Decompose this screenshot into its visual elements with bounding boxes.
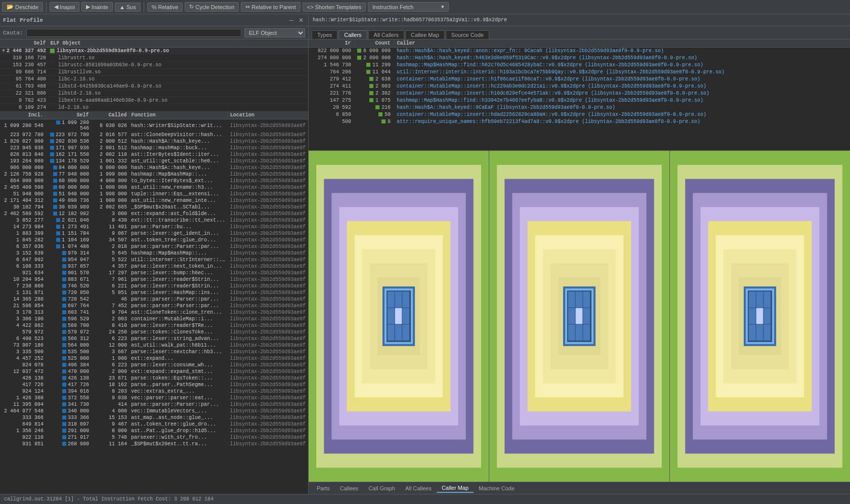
table-row[interactable]: 417 726 417 726 18 162 parse..parser..Pa… [0,382,308,388]
table-row[interactable]: 906 000 000 84 000 000 6 000 000 hash::H… [0,164,308,171]
tab-source-code[interactable]: Source Code [446,30,489,39]
caller-row[interactable]: 500 8 attr::require_unique_names::hfb50e… [309,118,850,125]
flat-profile-title: Flat Profile [3,17,43,23]
elf-child-row[interactable]: 310 166 728 librustrt.so [0,55,308,62]
bottom-tab-caller-map[interactable]: Caller Map [437,484,474,493]
table-row[interactable]: 1 099 280 546 1 099 280 546 8 030 026 ha… [0,119,308,132]
table-row[interactable]: 193 264 080 134 178 529 1 001 332 ast_ut… [0,158,308,164]
table-row[interactable]: 333 366 333 366 15 153 ast_map..ast_node… [0,414,308,421]
deschide-button[interactable]: 📂 Deschide [2,2,43,12]
child-self: 22 321 806 [0,90,48,97]
cycle-detection-button[interactable]: ↻ Cycle Detection [185,2,239,12]
table-row[interactable]: 1 845 282 1 104 169 34 507 ast..token_tr… [0,237,308,243]
elf-child-row[interactable]: 95 764 400 libc-2.18.so [0,76,308,83]
caller-row[interactable]: 147 275 1 075 hashmap::Map$HashMap::find… [309,97,850,104]
elf-child-row[interactable]: 153 230 457 librustc-8581899a03b03e-0.9-… [0,62,308,69]
table-row[interactable]: 2 126 758 928 77 948 000 1 999 000 hashm… [0,171,308,178]
table-row[interactable]: 3 852 277 2 021 046 8 430 ext::tt::trans… [0,217,308,224]
table-row[interactable]: 924 124 394 016 8 203 vec::extras_extra_… [0,388,308,395]
caller-row[interactable]: 274 411 2 003 container::MutableMap::ins… [309,83,850,90]
table-row[interactable]: 14 273 984 1 273 491 11 491 parse::Parse… [0,224,308,230]
caller-row[interactable]: 274 000 000 2 000 000 hash::Hash$A::hash… [309,55,850,62]
bottom-tab-parts[interactable]: Parts [312,484,335,492]
tab-types[interactable]: Types [312,30,337,39]
table-row[interactable]: 2 455 409 508 60 000 000 1 000 908 ast_u… [0,184,308,191]
self-val: 603 741 [46,309,91,316]
table-row[interactable]: 664 000 000 60 000 000 4 000 000 to_byte… [0,178,308,184]
table-row[interactable]: 3 306 190 596 529 2 003 container::Mutab… [0,316,308,322]
table-row[interactable]: 30 102 794 30 039 989 2 002 665 _$SP$mut… [0,204,308,211]
instruction-fetch-button[interactable]: Instruction Fetch ▾ [368,2,449,12]
table-row[interactable]: 11 395 094 341 730 414 parse::parser::Pa… [0,401,308,408]
caller-row[interactable]: 1 546 730 11 290 hashmap::Map$HashMap::f… [309,62,850,69]
callers-container[interactable]: Ir Count Caller 822 000 000 6 000 000 ha… [309,39,850,151]
table-row[interactable]: 73 907 186 564 000 12 000 ast_util::walk… [0,342,308,349]
table-row[interactable]: 1 426 380 372 558 9 038 vec::parser::par… [0,395,308,401]
elf-group-row[interactable]: ▼2 446 327 492 libsyntax-2bb2d559d93ae8f… [0,48,308,55]
forward-button[interactable]: ▶ Inainte [81,2,113,12]
minimize-button[interactable]: ─ [287,17,295,24]
tab-all-callers[interactable]: All Callers [368,30,405,39]
table-row[interactable]: 2 464 977 548 340 000 4 000 vec::Immutab… [0,408,308,414]
profile-table-container[interactable]: Self ELF Object ▼2 446 327 492 libsyntax… [0,39,308,494]
table-row[interactable]: 7 238 860 746 520 6 221 parse::lexer::re… [0,283,308,289]
table-row[interactable]: 6 108 333 937 857 4 357 parse::lexer::ne… [0,263,308,270]
table-row[interactable]: 921 634 901 570 17 297 parse::lexer::bum… [0,270,308,276]
table-row[interactable]: 3 152 639 979 314 5 645 hashmap::Map$Has… [0,250,308,257]
table-row[interactable]: 4 457 252 525 000 1 000 ext::expand... l… [0,355,308,362]
table-row[interactable]: 2 462 589 592 12 182 982 3 000 ext::expa… [0,211,308,217]
caller-row[interactable]: 279 412 2 038 container::MutableMap::ins… [309,76,850,83]
table-row[interactable]: 223 945 936 171 997 936 2 001 512 hashma… [0,145,308,151]
self-val: 134 178 529 [46,158,91,164]
up-button[interactable]: ▲ Sus [115,3,141,12]
table-row[interactable]: 1 883 399 1 151 784 9 067 parse::lexer::… [0,230,308,237]
table-row[interactable]: 2 171 404 312 49 098 736 1 000 000 ast_u… [0,197,308,204]
table-row[interactable]: 3 335 500 535 500 3 667 parse::lexer::ne… [0,349,308,355]
search-input[interactable] [26,29,241,37]
bottom-tab-all-callees[interactable]: All Callees [400,484,437,492]
called-val: 3 667 [91,349,129,355]
table-row[interactable]: 12 037 472 470 000 2 000 ext::expand::ex… [0,368,308,375]
back-button[interactable]: ◀ Inapoi [50,2,79,12]
table-row[interactable]: 931 851 268 980 11 164 _$SP$mut$x20ext..… [0,441,308,447]
table-row[interactable]: 1 356 246 291 000 8 000 ast..Pat..glue_d… [0,428,308,434]
close-left-button[interactable]: ✕ [297,17,305,24]
caller-row[interactable]: 822 000 000 6 000 000 hash::Hash$A::hash… [309,48,850,55]
elf-child-row[interactable]: 61 703 488 libstd-6425b930ca146ae9-0.9-p… [0,83,308,90]
table-row[interactable]: 10 204 954 883 671 7 961 parse::lexer::r… [0,276,308,283]
table-row[interactable]: 51 948 000 51 948 000 1 998 000 tuple::i… [0,191,308,197]
caller-row[interactable]: 764 206 11 044 util::Interner::interin::… [309,69,850,76]
table-row[interactable]: 21 596 854 697 764 7 452 parse::parser::… [0,303,308,309]
table-row[interactable]: 1 826 027 980 202 030 536 2 000 512 hash… [0,138,308,145]
table-row[interactable]: 3 170 313 603 741 9 704 ast::CloneToken:… [0,309,308,316]
bottom-tab-machine-code[interactable]: Machine Code [474,484,520,492]
table-row[interactable]: 826 813 846 162 171 558 2 002 118 ast::I… [0,151,308,158]
caller-row[interactable]: 29 592 216 hash::Hash$A::hash_keyed::9Ca… [309,104,850,111]
table-row[interactable]: 223 972 780 223 972 780 2 016 577 ast::C… [0,132,308,138]
relative-parent-button[interactable]: ⇔ Relative to Parent [241,2,300,12]
elf-select[interactable]: ELF Object [244,28,305,37]
table-row[interactable]: 14 365 280 720 542 46 parse::parser::Par… [0,296,308,303]
table-row[interactable]: 824 078 496 384 6 223 parse::lexer::cons… [0,362,308,368]
table-row[interactable]: 6 498 523 566 312 6 223 parse::lexer::st… [0,335,308,342]
table-row[interactable]: 1 131 871 720 850 5 051 parse::lexer::Ha… [0,289,308,296]
table-row[interactable]: 579 972 579 972 24 250 parse::token::Clo… [0,329,308,335]
table-row[interactable]: 6 647 992 954 947 5 522 util::interner::… [0,257,308,263]
table-row[interactable]: 922 110 271 917 5 748 parsexer::with_str… [0,434,308,441]
tab-callee-map[interactable]: Callee Map [405,30,445,39]
elf-child-row[interactable]: 99 686 714 librustllvm.so [0,69,308,76]
table-row[interactable]: 426 138 426 138 23 671 parse::token::Eqs… [0,375,308,382]
table-row[interactable]: 4 422 862 588 700 8 410 parse::lexer::re… [0,322,308,329]
elf-child-row[interactable]: 6 109 274 ld-2.18.so [0,104,308,111]
table-row[interactable]: 6 357 036 1 074 486 2 018 parse::parser:… [0,243,308,250]
elf-child-row[interactable]: 9 782 423 libextra-aaa96aab146eb38e-0.9-… [0,97,308,104]
caller-row[interactable]: 221 776 2 302 container::MutableMap::ins… [309,90,850,97]
caller-row[interactable]: 6 850 50 container::MutableMap::insert::… [309,111,850,118]
bottom-tab-call-graph[interactable]: Call Graph [363,484,400,492]
elf-child-row[interactable]: 22 321 806 libstd-2.18.so [0,90,308,97]
tab-callers[interactable]: Callers [338,30,367,39]
relative-button[interactable]: % Relative [147,3,183,12]
shorten-templates-button[interactable]: <> Shorten Templates [303,3,366,12]
table-row[interactable]: 649 814 318 097 9 467 ast..token_tree::g… [0,421,308,428]
bottom-tab-callees[interactable]: Callees [335,484,364,492]
